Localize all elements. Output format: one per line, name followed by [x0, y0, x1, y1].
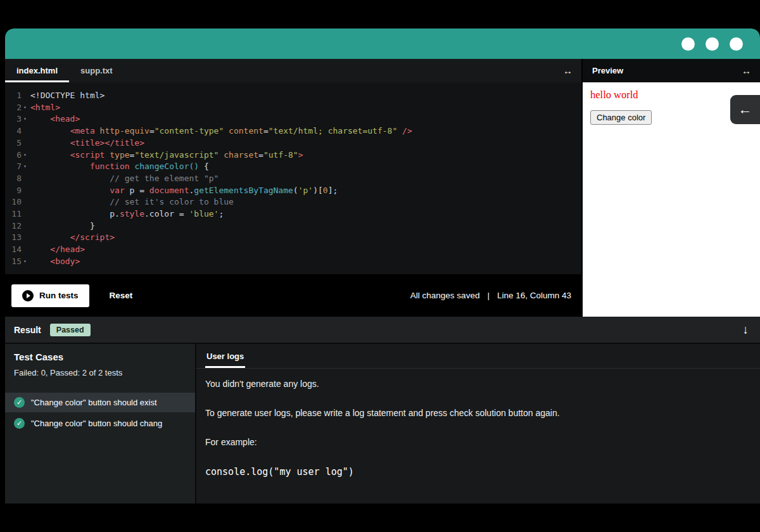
fold-spacer	[22, 185, 30, 197]
result-title: Result	[14, 325, 41, 335]
fold-spacer	[22, 220, 30, 232]
tab-label: supp.txt	[80, 66, 113, 75]
line-number: 13	[5, 232, 22, 244]
code-line: 13 </script>	[5, 232, 581, 244]
collapse-panel-handle[interactable]: ←	[730, 95, 760, 124]
editor-status-bar: All changes saved | Line 16, Column 43	[410, 291, 571, 300]
code-text: <!DOCTYPE html>	[30, 90, 104, 102]
line-number: 5	[5, 137, 22, 149]
test-case-label: "Change color" button should exist	[31, 398, 157, 407]
code-line: 6▾ <script type="text/javascript" charse…	[5, 149, 581, 162]
test-case-row[interactable]: ✓ "Change color" button should exist	[5, 393, 195, 412]
run-tests-label: Run tests	[39, 291, 79, 300]
line-number: 3	[5, 113, 22, 125]
code-line: 7▾ function changeColor() {	[5, 161, 581, 173]
fold-arrow-icon[interactable]: ▾	[22, 161, 30, 173]
window-dot[interactable]	[730, 37, 743, 51]
fold-spacer	[22, 208, 30, 220]
log-message: You didn't generate any logs.	[205, 379, 751, 389]
tab-user-logs[interactable]: User logs	[205, 344, 245, 368]
tab-label: index.html	[16, 66, 58, 75]
preview-title: Preview	[583, 66, 623, 75]
user-logs-tab-bar: User logs	[196, 344, 760, 369]
test-case-row[interactable]: ✓ "Change color" button should chang	[5, 414, 195, 433]
window-titlebar	[5, 28, 760, 59]
play-icon	[22, 290, 34, 301]
code-text: p.style.color = 'blue';	[30, 208, 224, 220]
line-number: 6	[5, 149, 22, 162]
app-window: index.html supp.txt ↔ 1<!DOCTYPE html>2▾…	[5, 28, 760, 504]
preview-hello-text: hello world	[590, 89, 752, 101]
fold-arrow-icon[interactable]: ▾	[22, 113, 30, 125]
reset-button[interactable]: Reset	[106, 290, 137, 301]
cursor-position-text: Line 16, Column 43	[497, 291, 571, 300]
code-line: 8 // get the element "p"	[5, 173, 581, 185]
fold-spacer	[22, 244, 30, 256]
code-line: 2▾<html>	[5, 102, 581, 114]
status-separator: |	[487, 291, 490, 300]
line-number: 15	[5, 256, 22, 268]
run-tests-button[interactable]: Run tests	[11, 284, 89, 307]
preview-resize-icon[interactable]: ↔	[733, 65, 760, 76]
fold-spacer	[22, 125, 30, 137]
collapse-result-icon[interactable]: ↓	[743, 323, 749, 337]
code-text: </head>	[30, 244, 85, 256]
tab-supp-txt[interactable]: supp.txt	[69, 59, 124, 82]
fold-spacer	[22, 90, 30, 102]
editor-tab-bar: index.html supp.txt ↔	[5, 59, 581, 82]
fold-arrow-icon[interactable]: ▾	[22, 102, 30, 114]
editor-pane: index.html supp.txt ↔ 1<!DOCTYPE html>2▾…	[5, 59, 581, 317]
change-color-button[interactable]: Change color	[590, 110, 652, 125]
log-code-example: console.log("my user log")	[205, 466, 751, 478]
check-icon: ✓	[14, 418, 25, 429]
test-cases-panel: Test Cases Failed: 0, Passed: 2 of 2 tes…	[5, 344, 196, 504]
line-number: 12	[5, 220, 22, 232]
result-body: Test Cases Failed: 0, Passed: 2 of 2 tes…	[5, 344, 760, 504]
line-number: 1	[5, 90, 22, 102]
code-line: 5 <title></title>	[5, 137, 581, 149]
code-editor[interactable]: 1<!DOCTYPE html>2▾<html>3▾ <head>4 <meta…	[5, 82, 581, 274]
editor-toolbar: Run tests Reset All changes saved | Line…	[5, 274, 581, 317]
fold-spacer	[22, 232, 30, 244]
fold-spacer	[22, 173, 30, 185]
code-line: 12 }	[5, 220, 581, 232]
check-icon: ✓	[14, 397, 25, 408]
code-line: 10 // set it's color to blue	[5, 196, 581, 208]
test-case-label: "Change color" button should chang	[31, 419, 162, 428]
code-text: <head>	[30, 113, 80, 125]
fold-arrow-icon[interactable]: ▾	[22, 256, 30, 268]
line-number: 14	[5, 244, 22, 256]
line-number: 11	[5, 208, 22, 220]
code-text: }	[30, 220, 95, 232]
fold-arrow-icon[interactable]: ▾	[22, 149, 30, 162]
editor-resize-icon[interactable]: ↔	[554, 65, 581, 76]
code-text: // set it's color to blue	[30, 196, 234, 208]
code-line: 3▾ <head>	[5, 113, 581, 125]
code-text: <meta http-equiv="content-type" content=…	[30, 125, 412, 137]
fold-spacer	[22, 196, 30, 208]
code-text: // get the element "p"	[30, 173, 218, 185]
code-text: <body>	[30, 256, 80, 268]
code-line: 11 p.style.color = 'blue';	[5, 208, 581, 220]
code-line: 15▾ <body>	[5, 256, 581, 268]
line-number: 8	[5, 173, 22, 185]
code-text: <html>	[30, 102, 60, 114]
save-status-text: All changes saved	[410, 291, 480, 300]
tab-index-html[interactable]: index.html	[5, 59, 69, 82]
line-number: 2	[5, 102, 22, 114]
window-dot[interactable]	[681, 37, 695, 51]
code-line: 1<!DOCTYPE html>	[5, 90, 581, 102]
line-number: 9	[5, 185, 22, 197]
code-text: </script>	[30, 232, 115, 244]
code-text: <title></title>	[30, 137, 144, 149]
result-section: Result Passed ↓ Test Cases Failed: 0, Pa…	[5, 317, 760, 504]
passed-status-badge: Passed	[50, 324, 91, 336]
window-dot[interactable]	[706, 37, 719, 51]
line-number: 4	[5, 125, 22, 137]
code-line: 14 </head>	[5, 244, 581, 256]
user-logs-content: You didn't generate any logs. To generat…	[196, 369, 760, 488]
test-cases-heading: Test Cases	[5, 352, 195, 362]
code-lines: 1<!DOCTYPE html>2▾<html>3▾ <head>4 <meta…	[5, 90, 581, 268]
line-number: 7	[5, 161, 22, 173]
code-line: 9 var p = document.getElementsByTagName(…	[5, 185, 581, 197]
